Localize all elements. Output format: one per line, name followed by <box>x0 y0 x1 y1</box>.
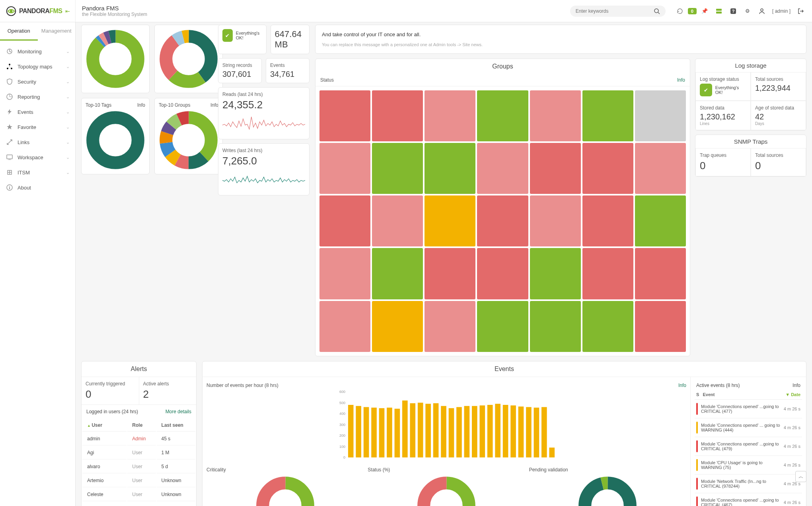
heatmap-cell[interactable] <box>530 195 581 246</box>
heatmap-cell[interactable] <box>635 195 686 246</box>
heatmap-cell[interactable] <box>477 195 528 246</box>
sidebar-item-reporting[interactable]: Reporting ⌄ <box>0 89 75 104</box>
server-status-icon[interactable] <box>714 6 724 16</box>
notification-badge[interactable]: 0 <box>688 8 697 14</box>
bar[interactable] <box>356 406 361 457</box>
heatmap-cell[interactable] <box>319 195 370 246</box>
heatmap-cell[interactable] <box>635 248 686 299</box>
bar[interactable] <box>425 404 431 457</box>
heatmap-cell[interactable] <box>477 301 528 352</box>
bar[interactable] <box>503 405 508 457</box>
heatmap-cell[interactable] <box>530 248 581 299</box>
top10-groups-info[interactable]: Info <box>210 102 218 108</box>
heatmap-cell[interactable] <box>319 301 370 352</box>
heatmap-cell[interactable] <box>372 195 423 246</box>
more-details-link[interactable]: More details <box>166 409 191 414</box>
heatmap-cell[interactable] <box>372 248 423 299</box>
event-list-item[interactable]: Module 'CPU Usage' is going to WARNING (… <box>695 456 802 475</box>
bar[interactable] <box>395 408 400 457</box>
event-list-item[interactable]: Module 'Network Traffic (In...ng to CRIT… <box>695 475 802 493</box>
sidebar-collapse-toggle[interactable]: ⇤ <box>65 8 70 14</box>
heatmap-cell[interactable] <box>582 195 633 246</box>
heatmap-cell[interactable] <box>582 248 633 299</box>
tab-operation[interactable]: Operation <box>0 22 38 41</box>
heatmap-cell[interactable] <box>424 195 475 246</box>
bar[interactable] <box>418 402 423 457</box>
bar[interactable] <box>464 406 470 457</box>
heatmap-cell[interactable] <box>582 90 633 141</box>
bar[interactable] <box>534 408 539 457</box>
sidebar-item-topology-maps[interactable]: Topology maps ⌄ <box>0 59 75 74</box>
bar[interactable] <box>410 403 415 457</box>
gear-icon[interactable]: ⚙ <box>742 6 753 16</box>
sidebar-item-links[interactable]: Links ⌄ <box>0 135 75 150</box>
bar[interactable] <box>549 447 555 457</box>
bar[interactable] <box>433 403 439 457</box>
sidebar-item-itsm[interactable]: ITSM ⌄ <box>0 165 75 180</box>
help-icon[interactable]: ? <box>728 6 738 16</box>
heatmap-cell[interactable] <box>424 248 475 299</box>
table-row[interactable]: admin Admin 45 s <box>82 432 195 445</box>
bar[interactable] <box>456 407 462 457</box>
refresh-icon[interactable] <box>675 6 685 16</box>
heatmap-cell[interactable] <box>530 90 581 141</box>
heatmap-cell[interactable] <box>424 301 475 352</box>
bar[interactable] <box>541 407 547 457</box>
pin-icon[interactable]: 📌 <box>699 6 710 16</box>
sidebar-item-about[interactable]: About <box>0 180 75 195</box>
heatmap-cell[interactable] <box>582 143 633 194</box>
search-icon[interactable] <box>654 8 660 14</box>
bar[interactable] <box>487 405 493 457</box>
heatmap-cell[interactable] <box>319 90 370 141</box>
sidebar-item-workspace[interactable]: Workspace ⌄ <box>0 150 75 165</box>
heatmap-cell[interactable] <box>530 301 581 352</box>
heatmap-cell[interactable] <box>477 90 528 141</box>
search-input[interactable] <box>576 8 654 14</box>
bar[interactable] <box>364 407 369 457</box>
logout-icon[interactable] <box>796 6 806 16</box>
bar[interactable] <box>510 405 516 457</box>
heatmap-cell[interactable] <box>372 90 423 141</box>
bar[interactable] <box>379 408 385 457</box>
bar[interactable] <box>371 408 377 457</box>
bar[interactable] <box>441 406 446 457</box>
heatmap-cell[interactable] <box>424 90 475 141</box>
search-box[interactable] <box>570 6 666 17</box>
bar[interactable] <box>495 404 500 457</box>
tab-management[interactable]: Management <box>38 22 76 41</box>
bar[interactable] <box>387 408 392 457</box>
bar[interactable] <box>526 407 532 457</box>
top10-tags-info[interactable]: Info <box>137 102 145 108</box>
logo-area[interactable]: PANDORAFMS ⇤ <box>0 0 76 22</box>
table-row[interactable]: alvaro User 5 d <box>82 460 195 473</box>
user-icon[interactable] <box>757 6 767 16</box>
bar[interactable] <box>518 406 524 457</box>
heatmap-cell[interactable] <box>477 248 528 299</box>
table-row[interactable]: Agi User 1 M <box>82 446 195 459</box>
heatmap-cell[interactable] <box>530 143 581 194</box>
heatmap-cell[interactable] <box>582 301 633 352</box>
bar[interactable] <box>348 405 354 457</box>
bar[interactable] <box>479 405 485 457</box>
event-list-item[interactable]: Module 'Connections opened' ...going to … <box>695 493 802 506</box>
current-user-label[interactable]: [ admin ] <box>772 8 791 14</box>
bar[interactable] <box>472 406 477 457</box>
heatmap-cell[interactable] <box>319 248 370 299</box>
sidebar-item-security[interactable]: Security ⌄ <box>0 74 75 89</box>
event-list-item[interactable]: Module 'Connections opened' ... going to… <box>695 418 802 437</box>
event-list-item[interactable]: Module 'Connections opened' ...going to … <box>695 437 802 456</box>
table-row[interactable]: Artemio User Unknown <box>82 474 195 487</box>
heatmap-cell[interactable] <box>372 301 423 352</box>
sidebar-item-favorite[interactable]: Favorite ⌄ <box>0 119 75 135</box>
heatmap-cell[interactable] <box>424 143 475 194</box>
table-row[interactable]: Djehutimesu User Unknown <box>82 502 195 506</box>
table-row[interactable]: Celeste User Unknown <box>82 488 195 501</box>
heatmap-cell[interactable] <box>319 143 370 194</box>
sidebar-item-monitoring[interactable]: Monitoring ⌄ <box>0 44 75 59</box>
event-list-item[interactable]: Module 'Connections opened' ...going to … <box>695 400 802 418</box>
scroll-to-top-button[interactable]: ︿ <box>795 471 806 482</box>
bar[interactable] <box>449 408 454 457</box>
heatmap-cell[interactable] <box>635 143 686 194</box>
heatmap-cell[interactable] <box>372 143 423 194</box>
heatmap-cell[interactable] <box>635 301 686 352</box>
